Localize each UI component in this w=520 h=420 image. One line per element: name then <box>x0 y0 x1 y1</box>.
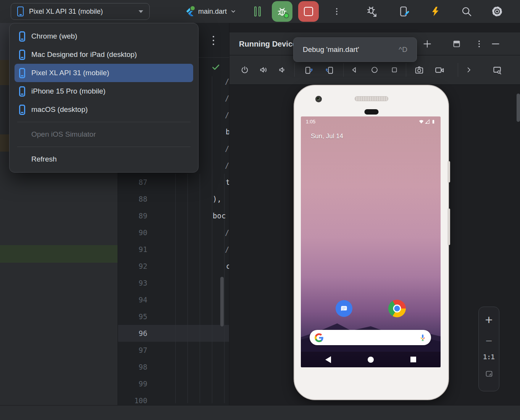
attach-debugger-button[interactable] <box>366 5 378 18</box>
power-button[interactable] <box>240 65 250 75</box>
phone-screen[interactable]: 1:05 <box>301 116 441 367</box>
line-number-97[interactable]: 97 <box>118 342 147 359</box>
search-everywhere-button[interactable] <box>460 5 473 18</box>
rotate-right-button[interactable] <box>325 65 334 75</box>
more-options-button[interactable] <box>331 5 343 18</box>
editor-options-button[interactable] <box>209 34 218 47</box>
code-fragment: / <box>225 107 229 123</box>
screen-search-button[interactable] <box>492 65 502 75</box>
device-phone-icon <box>19 50 25 60</box>
zoom-actual-size-button[interactable]: 1:1 <box>479 353 499 361</box>
flutter-device-button[interactable] <box>398 5 410 18</box>
main-toolbar: Pixel XL API 31 (mobile) main.dart <box>0 0 520 23</box>
google-search-bar[interactable] <box>310 330 431 345</box>
debug-tooltip: Debug 'main.dart' ^D <box>293 37 417 62</box>
line-number-93[interactable]: 93 <box>118 275 147 291</box>
camera-icon <box>414 65 424 75</box>
menu-item-pixel-xl-api-31-mobile[interactable]: Pixel XL API 31 (mobile) <box>15 64 193 82</box>
code-fragment: / <box>225 157 229 174</box>
power-icon <box>240 65 249 74</box>
indent-guide <box>212 76 212 174</box>
code-fragment: / <box>225 73 229 90</box>
line-number-99[interactable]: 99 <box>118 375 147 392</box>
layout-options-button[interactable] <box>452 39 462 49</box>
running-devices-panel: Running Devices <box>229 23 520 405</box>
volume-down-button[interactable] <box>278 65 288 75</box>
tooltip-text: Debug 'main.dart' <box>303 45 359 54</box>
overview-icon[interactable] <box>410 357 416 362</box>
code-fragment: / <box>225 90 229 107</box>
menu-item-macos-desktop[interactable]: macOS (desktop) <box>15 100 193 119</box>
line-number-96[interactable]: 96 <box>118 325 147 342</box>
line-number-89[interactable]: 89 <box>118 207 147 224</box>
google-g-icon <box>315 333 323 342</box>
flutter-device-icon <box>398 5 410 18</box>
back-icon[interactable] <box>325 356 331 363</box>
menu-separator <box>17 122 191 122</box>
debug-active-dot <box>284 13 289 18</box>
code-fragment: / <box>225 140 229 157</box>
add-device-button[interactable] <box>422 39 432 49</box>
flutter-icon <box>185 6 195 17</box>
more-vertical-icon <box>475 39 484 49</box>
menu-item-open-ios-simulator: Open iOS Simulator <box>15 125 193 144</box>
device-selector-button[interactable]: Pixel XL API 31 (mobile) <box>11 3 150 20</box>
toolbar-separator <box>406 63 406 77</box>
phone-status-bar: 1:05 <box>301 116 441 126</box>
pause-button[interactable] <box>251 5 263 18</box>
panel-options-button[interactable] <box>474 39 484 49</box>
menu-item-refresh[interactable]: Refresh <box>15 150 193 168</box>
zoom-out-button[interactable]: − <box>479 334 499 347</box>
stop-icon <box>304 7 313 16</box>
line-number-90[interactable]: 90 <box>118 224 147 241</box>
attach-debugger-icon <box>366 5 378 18</box>
lock-date: Sun, Jul 14 <box>311 132 343 140</box>
settings-gear-icon <box>491 5 503 18</box>
line-number-98[interactable]: 98 <box>118 359 147 375</box>
hot-reload-button[interactable] <box>429 5 441 18</box>
menu-item-label: Mac Designed for iPad (desktop) <box>31 50 137 59</box>
pause-icon <box>254 6 261 16</box>
menu-item-iphone-15-pro-mobile[interactable]: iPhone 15 Pro (mobile) <box>15 82 193 100</box>
line-number-88[interactable]: 88 <box>118 191 147 207</box>
tree-row-highlight-green <box>0 245 118 263</box>
line-number-87[interactable]: 87 <box>118 174 147 191</box>
line-number-92[interactable]: 92 <box>118 258 147 275</box>
screen-record-button[interactable] <box>434 65 444 75</box>
chrome-app-icon[interactable] <box>388 300 406 317</box>
run-configuration-selector[interactable]: main.dart <box>185 4 236 19</box>
inspections-status-widget[interactable] <box>211 63 220 72</box>
chevron-down-icon <box>139 10 143 13</box>
menu-item-chrome-web[interactable]: Chrome (web) <box>15 27 193 45</box>
menu-item-label: Refresh <box>31 155 57 163</box>
expand-toolbar-button[interactable] <box>464 65 474 75</box>
screenshot-button[interactable] <box>414 65 424 75</box>
editor-scrollbar-thumb[interactable] <box>220 277 224 326</box>
zoom-fit-button[interactable] <box>479 369 499 378</box>
device-phone-icon <box>19 86 25 97</box>
android-home-button[interactable] <box>370 65 380 75</box>
line-number-94[interactable]: 94 <box>118 291 147 308</box>
messages-app-icon[interactable] <box>336 300 352 317</box>
panel-scrollbar-thumb[interactable] <box>517 94 520 122</box>
line-number-95[interactable]: 95 <box>118 308 147 325</box>
rotate-left-button[interactable] <box>304 65 314 75</box>
indent-guide <box>200 174 200 403</box>
zoom-in-button[interactable]: + <box>479 312 499 327</box>
android-back-button[interactable] <box>349 65 359 75</box>
android-overview-button[interactable] <box>389 65 399 75</box>
settings-button[interactable] <box>491 5 503 18</box>
device-phone-icon <box>19 31 25 42</box>
check-icon <box>211 63 220 72</box>
phone-volume-button <box>448 161 450 183</box>
earpiece <box>364 109 378 115</box>
volume-up-button[interactable] <box>259 65 269 75</box>
hide-panel-button[interactable] <box>491 39 501 49</box>
menu-item-mac-designed-for-ipad-desktop[interactable]: Mac Designed for iPad (desktop) <box>15 45 193 64</box>
stop-button[interactable] <box>298 1 319 22</box>
debug-button[interactable] <box>272 1 292 22</box>
line-number-91[interactable]: 91 <box>118 241 147 258</box>
home-icon[interactable] <box>368 357 374 363</box>
wifi-icon <box>419 119 424 124</box>
toolbar-separator <box>458 63 458 77</box>
